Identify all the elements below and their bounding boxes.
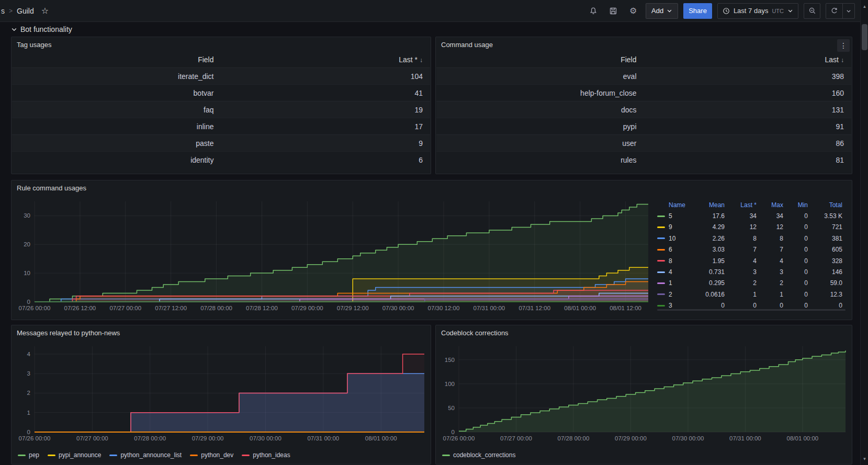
sort-desc-icon: ↓	[420, 56, 423, 64]
series-color-swatch	[242, 455, 250, 456]
column-header-last[interactable]: Last *↓	[221, 55, 431, 64]
cell-field: inline	[12, 122, 221, 131]
refresh-button[interactable]	[826, 3, 842, 19]
breadcrumb-dashboard-title[interactable]: Guild	[17, 7, 34, 15]
legend-row: 517.6343403.53 K	[656, 210, 846, 221]
legend-value-min: 0	[785, 223, 809, 231]
series-color-swatch	[657, 282, 665, 284]
svg-text:07/29 00:00: 07/29 00:00	[192, 435, 224, 441]
svg-text:07/30 00:00: 07/30 00:00	[672, 435, 704, 441]
time-range-picker[interactable]: Last 7 days UTC	[717, 3, 798, 19]
legend-item[interactable]: python_dev	[190, 451, 233, 459]
legend-value-mean: 3.03	[692, 246, 726, 253]
chart-legend: codeblock_corrections	[436, 448, 515, 462]
table-row: eval398	[436, 67, 851, 84]
top-navbar: s > Guild ☆ ⚙ Add Share	[0, 0, 860, 22]
legend-series-name[interactable]: 10	[669, 235, 675, 242]
timezone-label: UTC	[772, 8, 784, 14]
legend-series-name[interactable]: 2	[669, 291, 672, 298]
cell-field: faq	[12, 106, 221, 114]
legend-series-name[interactable]: 9	[669, 223, 672, 231]
cell-value: 9	[221, 139, 431, 148]
star-icon[interactable]: ☆	[41, 6, 49, 16]
legend-row: 63.03770605	[656, 244, 846, 255]
panel-title[interactable]: Messages relayed to python-news	[12, 325, 431, 340]
legend-item[interactable]: pypi_announce	[48, 451, 101, 459]
column-header-last[interactable]: Last↓	[644, 55, 852, 64]
panel-title[interactable]: Tag usages	[12, 37, 431, 52]
scrollbar-thumb[interactable]	[862, 24, 867, 50]
save-dashboard-icon[interactable]	[606, 4, 621, 18]
legend-value-max: 7	[758, 246, 785, 253]
legend-value-mean: 0.0616	[692, 291, 726, 298]
panel-title[interactable]: Rule command usages	[12, 180, 852, 195]
legend-item[interactable]: python_announce_list	[109, 451, 182, 459]
breadcrumb: s > Guild ☆	[1, 6, 49, 16]
legend-header-max[interactable]: Max	[758, 201, 785, 209]
panel-title[interactable]: Codeblock corrections	[436, 325, 852, 340]
legend-scrollbar[interactable]	[657, 309, 846, 311]
legend-item[interactable]: python_ideas	[242, 451, 290, 459]
legend-value-min: 0	[785, 246, 809, 253]
svg-text:07/31 00:00: 07/31 00:00	[307, 435, 339, 441]
legend-value-last: 34	[726, 212, 758, 220]
legend-item[interactable]: pep	[18, 451, 39, 459]
scroll-down-icon[interactable]: ▼	[861, 455, 868, 463]
legend-row: 81.95440328	[656, 255, 846, 266]
legend-value-total: 3.53 K	[809, 212, 844, 220]
series-color-swatch	[657, 216, 665, 217]
panel-title[interactable]: Command usage	[436, 37, 852, 52]
svg-text:4: 4	[27, 351, 31, 357]
svg-text:0: 0	[27, 299, 30, 305]
share-button[interactable]: Share	[683, 3, 712, 19]
alert-bell-icon[interactable]	[586, 4, 601, 18]
zoom-out-button[interactable]	[804, 3, 820, 19]
breadcrumb-prefix[interactable]: s	[1, 7, 5, 15]
legend-value-total: 0	[809, 302, 844, 309]
panel-menu-kebab-icon[interactable]: ⋮	[837, 39, 850, 52]
svg-text:07/28 00:00: 07/28 00:00	[134, 435, 166, 441]
svg-text:07/26 00:00: 07/26 00:00	[19, 435, 51, 441]
legend-header-last[interactable]: Last *	[726, 201, 758, 209]
svg-text:08/01 12:00: 08/01 12:00	[610, 305, 641, 311]
legend-series-name[interactable]: 4	[669, 268, 672, 276]
series-color-swatch	[190, 455, 198, 456]
page-scrollbar[interactable]: ▲ ▼	[860, 0, 868, 465]
legend-row: 20.061611012.3	[656, 289, 846, 300]
table-row: pypi91	[436, 118, 851, 134]
svg-text:07/29 00:00: 07/29 00:00	[291, 305, 323, 311]
legend-header-min[interactable]: Min	[785, 201, 809, 209]
table-body: eval398help-forum_close160docs131pypi91u…	[436, 67, 851, 168]
legend-value-total: 381	[809, 235, 844, 242]
refresh-interval-dropdown[interactable]	[842, 3, 855, 19]
legend-item[interactable]: codeblock_corrections	[442, 451, 515, 459]
legend-header-mean[interactable]: Mean	[692, 201, 726, 209]
legend-value-min: 0	[785, 257, 809, 265]
legend-series-name[interactable]: 5	[669, 212, 672, 220]
table-row: identity6	[12, 151, 430, 168]
table-row: iterate_dict104	[12, 67, 430, 84]
dashboard-settings-gear-icon[interactable]: ⚙	[626, 4, 640, 18]
svg-text:30: 30	[24, 212, 30, 219]
row-toggle-bot-functionality[interactable]: Bot functionality	[11, 22, 72, 37]
series-color-swatch	[109, 455, 117, 456]
legend-series-name[interactable]: 8	[669, 257, 672, 265]
legend-header-total[interactable]: Total	[809, 201, 844, 209]
cell-value: 91	[644, 122, 852, 131]
messages-relayed-chart[interactable]: 0123407/26 00:0007/27 00:0007/28 00:0007…	[16, 341, 427, 446]
legend-series-name[interactable]: 1	[669, 279, 672, 287]
legend-series-name[interactable]: 6	[669, 246, 672, 253]
legend-value-total: 146	[809, 268, 844, 276]
legend-header-name[interactable]: Name	[656, 201, 692, 209]
column-header-field[interactable]: Field	[12, 55, 221, 64]
svg-text:1: 1	[27, 410, 30, 416]
zoom-out-icon	[808, 7, 816, 15]
scroll-up-icon[interactable]: ▲	[861, 2, 868, 10]
column-header-field[interactable]: Field	[436, 55, 644, 64]
legend-label: python_dev	[201, 451, 233, 459]
legend-series-name[interactable]: 3	[669, 302, 672, 309]
add-button[interactable]: Add	[646, 3, 678, 19]
rule-usage-chart[interactable]: 010203007/26 00:0007/26 12:0007/27 00:00…	[16, 196, 651, 315]
codeblock-corrections-chart[interactable]: 05010015007/26 00:0007/27 00:0007/28 00:…	[440, 341, 849, 446]
series-color-swatch	[657, 249, 665, 251]
